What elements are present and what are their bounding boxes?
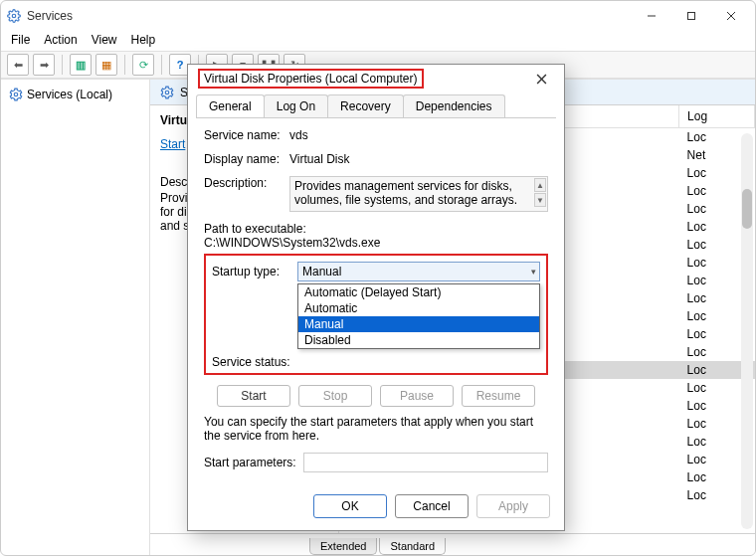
display-name-label: Display name: xyxy=(204,152,289,166)
tab-recovery[interactable]: Recovery xyxy=(327,94,404,117)
export-list-button[interactable]: ▦ xyxy=(95,54,117,76)
desc-scroll-down[interactable]: ▼ xyxy=(534,193,546,207)
tree-root-services-local[interactable]: Services (Local) xyxy=(5,86,145,103)
startup-type-value: Manual xyxy=(302,265,341,278)
window-title: Services xyxy=(27,9,73,23)
col-logon[interactable]: Log xyxy=(679,105,755,128)
path-label: Path to executable: xyxy=(204,222,548,236)
menu-action[interactable]: Action xyxy=(44,33,77,47)
desc-scroll-up[interactable]: ▲ xyxy=(534,178,546,192)
description-value: Provides management services for disks, … xyxy=(294,179,517,207)
start-parameters-input[interactable] xyxy=(303,453,548,472)
tab-general-panel: Service name: vds Display name: Virtual … xyxy=(196,117,556,486)
dialog-title: Virtual Disk Properties (Local Computer) xyxy=(198,69,424,89)
stop-button[interactable]: Stop xyxy=(298,385,372,407)
startup-option[interactable]: Automatic xyxy=(298,300,539,316)
apply-button[interactable]: Apply xyxy=(476,494,550,518)
tree-root-label: Services (Local) xyxy=(27,88,112,101)
refresh-button[interactable]: ⟳ xyxy=(132,54,154,76)
services-icon xyxy=(7,9,21,23)
description-box[interactable]: Provides management services for disks, … xyxy=(289,176,548,212)
dialog-titlebar: Virtual Disk Properties (Local Computer) xyxy=(188,65,564,89)
gear-icon xyxy=(160,86,174,99)
scrollbar-thumb[interactable] xyxy=(742,189,752,229)
startup-type-group: Startup type: Manual ▾ Automatic (Delaye… xyxy=(204,254,548,375)
pause-button[interactable]: Pause xyxy=(380,385,454,407)
startup-type-combo[interactable]: Manual ▾ xyxy=(297,262,540,281)
menubar: File Action View Help xyxy=(1,31,755,51)
ok-button[interactable]: OK xyxy=(313,494,387,518)
tab-logon[interactable]: Log On xyxy=(264,94,328,117)
cancel-button[interactable]: Cancel xyxy=(395,494,469,518)
svg-point-6 xyxy=(165,91,169,94)
show-hide-tree-button[interactable]: ▥ xyxy=(70,54,92,76)
startup-option[interactable]: Automatic (Delayed Start) xyxy=(298,284,539,300)
tab-extended[interactable]: Extended xyxy=(309,538,377,555)
properties-dialog: Virtual Disk Properties (Local Computer)… xyxy=(187,64,565,531)
dialog-tabs: General Log On Recovery Dependencies xyxy=(188,89,564,117)
start-service-link[interactable]: Start xyxy=(160,137,185,151)
menu-file[interactable]: File xyxy=(11,33,30,47)
svg-point-0 xyxy=(12,14,16,18)
tree-pane: Services (Local) xyxy=(1,80,150,555)
dlg-description-label: Description: xyxy=(204,176,289,190)
close-button[interactable] xyxy=(713,2,749,30)
display-name-value: Virtual Disk xyxy=(289,152,548,166)
startup-type-label: Startup type: xyxy=(212,265,297,278)
service-status-label: Service status: xyxy=(212,355,297,369)
path-value: C:\WINDOWS\System32\vds.exe xyxy=(204,236,548,250)
resume-button[interactable]: Resume xyxy=(462,385,535,407)
forward-button[interactable]: ➡ xyxy=(33,54,55,76)
chevron-down-icon: ▾ xyxy=(531,267,536,277)
start-parameters-hint: You can specify the start parameters tha… xyxy=(204,415,548,443)
startup-type-dropdown[interactable]: Automatic (Delayed Start)AutomaticManual… xyxy=(297,283,540,349)
back-button[interactable]: ⬅ xyxy=(7,54,29,76)
tab-standard[interactable]: Standard xyxy=(379,538,446,555)
service-name-label: Service name: xyxy=(204,128,289,142)
start-button[interactable]: Start xyxy=(217,385,290,407)
titlebar: Services xyxy=(1,1,755,31)
minimize-button[interactable] xyxy=(634,2,669,30)
svg-rect-2 xyxy=(688,13,695,20)
maximize-button[interactable] xyxy=(673,2,709,30)
startup-option[interactable]: Disabled xyxy=(298,332,539,348)
svg-point-5 xyxy=(14,93,18,96)
tab-general[interactable]: General xyxy=(196,94,265,117)
service-name-value: vds xyxy=(289,128,548,142)
view-tabs: Extended Standard xyxy=(150,533,755,555)
dialog-close-button[interactable] xyxy=(528,69,554,89)
tab-dependencies[interactable]: Dependencies xyxy=(403,94,505,117)
table-scrollbar[interactable] xyxy=(741,133,753,529)
startup-option[interactable]: Manual xyxy=(298,316,539,332)
menu-help[interactable]: Help xyxy=(131,33,156,47)
menu-view[interactable]: View xyxy=(92,33,117,47)
start-parameters-label: Start parameters: xyxy=(204,456,303,469)
gear-icon xyxy=(9,88,23,101)
